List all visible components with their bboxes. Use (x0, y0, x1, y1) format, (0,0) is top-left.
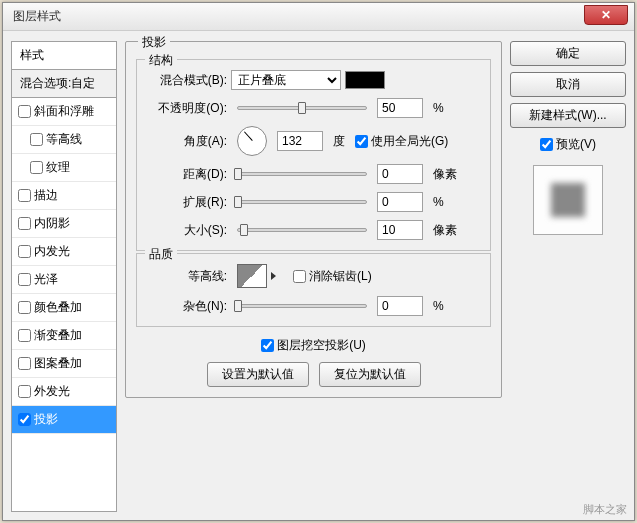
angle-input[interactable] (277, 131, 323, 151)
center-panel: 投影 结构 混合模式(B): 正片叠底 不透明度(O): (125, 41, 502, 512)
style-item-5[interactable]: 内发光 (12, 238, 116, 266)
window-title: 图层样式 (3, 8, 61, 25)
style-item-checkbox[interactable] (18, 357, 31, 370)
styles-header: 样式 (12, 42, 116, 70)
chevron-down-icon (271, 272, 276, 280)
angle-row: 角度(A): 度 使用全局光(G) (147, 126, 480, 156)
spread-label: 扩展(R): (147, 194, 227, 211)
preview-checkbox[interactable] (540, 138, 553, 151)
style-item-2[interactable]: 纹理 (12, 154, 116, 182)
global-light-label: 使用全局光(G) (371, 133, 448, 150)
distance-label: 距离(D): (147, 166, 227, 183)
distance-row: 距离(D): 像素 (147, 164, 480, 184)
noise-label: 杂色(N): (147, 298, 227, 315)
preview-label: 预览(V) (556, 136, 596, 153)
style-item-checkbox[interactable] (18, 189, 31, 202)
angle-unit: 度 (333, 133, 345, 150)
quality-group: 品质 等高线: 消除锯齿(L) 杂色(N): % (136, 253, 491, 327)
contour-picker[interactable] (237, 264, 267, 288)
style-item-checkbox[interactable] (18, 329, 31, 342)
style-item-checkbox[interactable] (18, 105, 31, 118)
style-item-11[interactable]: 投影 (12, 406, 116, 434)
size-row: 大小(S): 像素 (147, 220, 480, 240)
spread-slider[interactable] (237, 200, 367, 204)
style-item-label: 内阴影 (34, 215, 70, 232)
structure-title: 结构 (145, 52, 177, 69)
distance-slider[interactable] (237, 172, 367, 176)
style-item-label: 颜色叠加 (34, 299, 82, 316)
noise-slider[interactable] (237, 304, 367, 308)
opacity-row: 不透明度(O): % (147, 98, 480, 118)
spread-unit: % (433, 195, 444, 209)
contour-row: 等高线: 消除锯齿(L) (147, 264, 480, 288)
style-item-label: 光泽 (34, 271, 58, 288)
cancel-button[interactable]: 取消 (510, 72, 626, 97)
noise-row: 杂色(N): % (147, 296, 480, 316)
defaults-button-row: 设置为默认值 复位为默认值 (136, 362, 491, 387)
preview-thumbnail (533, 165, 603, 235)
style-item-3[interactable]: 描边 (12, 182, 116, 210)
size-slider[interactable] (237, 228, 367, 232)
angle-label: 角度(A): (147, 133, 227, 150)
distance-unit: 像素 (433, 166, 457, 183)
style-item-checkbox[interactable] (30, 133, 43, 146)
titlebar: 图层样式 ✕ (3, 3, 634, 31)
make-default-button[interactable]: 设置为默认值 (207, 362, 309, 387)
panel-title: 投影 (138, 34, 170, 51)
distance-input[interactable] (377, 164, 423, 184)
style-item-label: 图案叠加 (34, 355, 82, 372)
quality-title: 品质 (145, 246, 177, 263)
opacity-input[interactable] (377, 98, 423, 118)
close-icon: ✕ (601, 8, 611, 22)
style-item-0[interactable]: 斜面和浮雕 (12, 98, 116, 126)
contour-label: 等高线: (147, 268, 227, 285)
style-item-checkbox[interactable] (30, 161, 43, 174)
spread-input[interactable] (377, 192, 423, 212)
style-item-checkbox[interactable] (18, 301, 31, 314)
style-item-9[interactable]: 图案叠加 (12, 350, 116, 378)
knockout-row: 图层挖空投影(U) (136, 337, 491, 354)
style-item-label: 内发光 (34, 243, 70, 260)
noise-input[interactable] (377, 296, 423, 316)
watermark-text: 脚本之家 (583, 502, 627, 517)
new-style-button[interactable]: 新建样式(W)... (510, 103, 626, 128)
blend-mode-select[interactable]: 正片叠底 (231, 70, 341, 90)
opacity-label: 不透明度(O): (147, 100, 227, 117)
antialias-label: 消除锯齿(L) (309, 268, 372, 285)
close-button[interactable]: ✕ (584, 5, 628, 25)
antialias-checkbox[interactable] (293, 270, 306, 283)
angle-dial[interactable] (237, 126, 267, 156)
blend-options-header[interactable]: 混合选项:自定 (12, 70, 116, 98)
body-area: 样式 混合选项:自定 斜面和浮雕等高线纹理描边内阴影内发光光泽颜色叠加渐变叠加图… (3, 31, 634, 520)
structure-group: 结构 混合模式(B): 正片叠底 不透明度(O): (136, 59, 491, 251)
spread-row: 扩展(R): % (147, 192, 480, 212)
right-panel: 确定 取消 新建样式(W)... 预览(V) (510, 41, 626, 512)
style-item-checkbox[interactable] (18, 273, 31, 286)
style-item-checkbox[interactable] (18, 217, 31, 230)
opacity-slider[interactable] (237, 106, 367, 110)
knockout-label: 图层挖空投影(U) (277, 337, 366, 354)
style-item-8[interactable]: 渐变叠加 (12, 322, 116, 350)
style-item-checkbox[interactable] (18, 385, 31, 398)
style-item-checkbox[interactable] (18, 245, 31, 258)
layer-style-dialog: 图层样式 ✕ 样式 混合选项:自定 斜面和浮雕等高线纹理描边内阴影内发光光泽颜色… (2, 2, 635, 521)
style-item-label: 等高线 (46, 131, 82, 148)
reset-default-button[interactable]: 复位为默认值 (319, 362, 421, 387)
style-item-6[interactable]: 光泽 (12, 266, 116, 294)
style-item-10[interactable]: 外发光 (12, 378, 116, 406)
global-light-checkbox[interactable] (355, 135, 368, 148)
style-item-4[interactable]: 内阴影 (12, 210, 116, 238)
style-item-label: 投影 (34, 411, 58, 428)
ok-button[interactable]: 确定 (510, 41, 626, 66)
opacity-unit: % (433, 101, 444, 115)
style-item-label: 渐变叠加 (34, 327, 82, 344)
style-item-1[interactable]: 等高线 (12, 126, 116, 154)
drop-shadow-fieldset: 投影 结构 混合模式(B): 正片叠底 不透明度(O): (125, 41, 502, 398)
shadow-color-swatch[interactable] (345, 71, 385, 89)
style-item-7[interactable]: 颜色叠加 (12, 294, 116, 322)
style-item-checkbox[interactable] (18, 413, 31, 426)
size-input[interactable] (377, 220, 423, 240)
style-item-label: 纹理 (46, 159, 70, 176)
knockout-checkbox[interactable] (261, 339, 274, 352)
size-label: 大小(S): (147, 222, 227, 239)
